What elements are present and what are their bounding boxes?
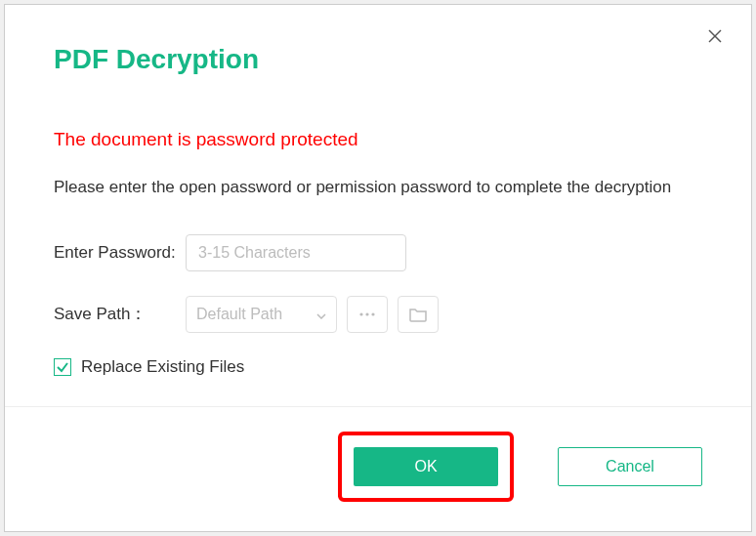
save-path-row: Save Path： Default Path (54, 296, 702, 333)
svg-point-3 (365, 312, 368, 315)
dialog-title: PDF Decryption (54, 44, 702, 75)
password-input[interactable] (186, 234, 406, 271)
browse-folder-button[interactable] (398, 296, 439, 333)
check-icon (56, 360, 69, 374)
divider (5, 406, 751, 407)
replace-files-row: Replace Existing Files (54, 357, 702, 377)
close-icon (707, 28, 723, 44)
save-path-value: Default Path (196, 306, 282, 323)
password-row: Enter Password: (54, 234, 702, 271)
warning-text: The document is password protected (54, 129, 702, 150)
close-button[interactable] (703, 24, 727, 48)
ellipsis-icon (357, 305, 377, 324)
instruction-text: Please enter the open password or permis… (54, 175, 702, 200)
replace-files-checkbox[interactable] (54, 358, 71, 376)
chevron-down-icon (316, 306, 326, 323)
password-label: Enter Password: (54, 243, 186, 263)
folder-icon (408, 305, 428, 324)
save-path-dropdown[interactable]: Default Path (186, 296, 337, 333)
save-path-label: Save Path： (54, 303, 186, 325)
svg-point-2 (359, 312, 362, 315)
dialog-footer: OK Cancel (54, 432, 702, 502)
pdf-decryption-dialog: PDF Decryption The document is password … (4, 4, 752, 532)
cancel-button[interactable]: Cancel (558, 447, 702, 486)
ok-button[interactable]: OK (354, 447, 498, 486)
ok-highlight: OK (338, 432, 514, 502)
replace-files-label: Replace Existing Files (81, 357, 244, 377)
svg-point-4 (371, 312, 374, 315)
more-options-button[interactable] (347, 296, 388, 333)
